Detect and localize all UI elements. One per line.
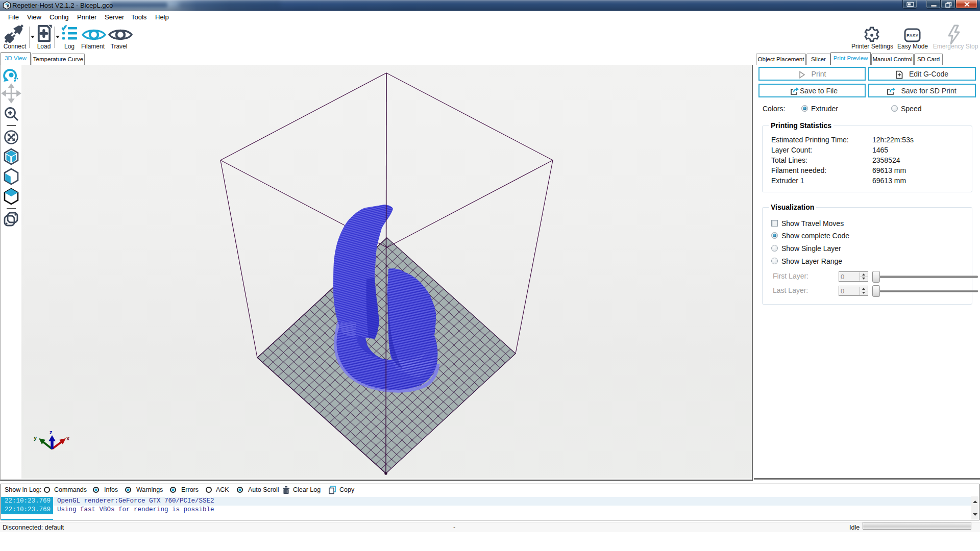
svg-text:y: y: [34, 435, 37, 441]
svg-text:z: z: [50, 429, 53, 435]
svg-text:x: x: [66, 435, 70, 441]
svg-text:EASY: EASY: [906, 33, 918, 38]
